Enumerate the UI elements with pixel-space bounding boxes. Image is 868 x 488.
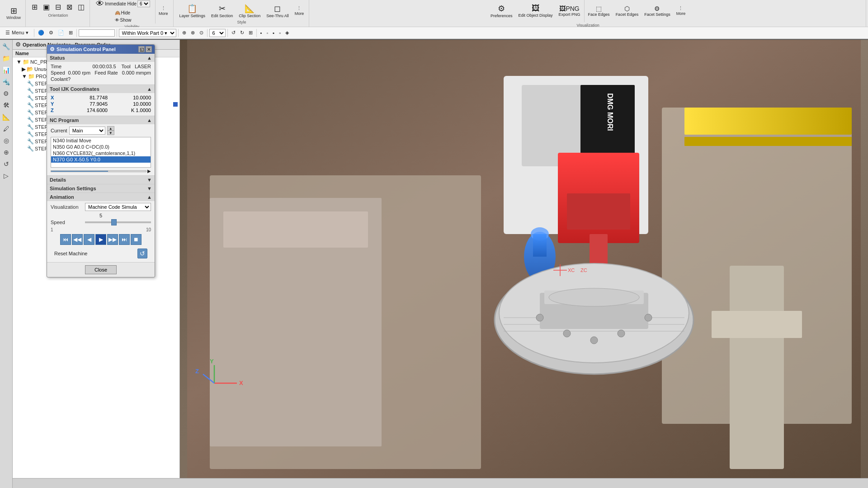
nc-line-2[interactable]: N350 G0 A0.0 C=DC(0.0) — [51, 144, 151, 150]
style-group: 📋 Layer Settings ✂ Edit Section 📐 Clip S… — [175, 0, 310, 27]
step-fwd-button[interactable]: ▶▶ — [107, 234, 118, 245]
sidebar-btn-11[interactable]: ↺ — [1, 159, 11, 169]
sim-close-button[interactable]: ✕ — [146, 46, 152, 52]
tool-ijk-header[interactable]: Tool IJK Coordinates ▲ — [47, 85, 155, 93]
reset-button[interactable]: ↺ — [137, 249, 147, 258]
status-chevron: ▲ — [147, 55, 152, 61]
nc-program-header[interactable]: NC Program ▲ — [47, 116, 155, 124]
r2-btn-1[interactable]: 🔵 — [36, 28, 46, 38]
r2-icon-7[interactable]: • — [259, 28, 264, 38]
facet-edges-button[interactable]: ⬡ Facet Edges — [613, 4, 641, 18]
r2-btn-2[interactable]: ⚙ — [47, 28, 55, 38]
speed-slider-thumb[interactable] — [111, 219, 117, 225]
sim-title-bar[interactable]: ⚙ Simulation Control Panel ◱ ✕ — [47, 45, 155, 54]
nc-scroll-down[interactable]: ▼ — [107, 131, 114, 135]
status-header[interactable]: Status ▲ — [47, 54, 155, 62]
sidebar-btn-2[interactable]: 📁 — [1, 53, 11, 63]
show-button[interactable]: 👁 Show — [113, 17, 134, 23]
sim-restore-button[interactable]: ◱ — [138, 46, 145, 52]
export-png-button[interactable]: 🖼PNG Export PNG — [557, 4, 583, 18]
orient-btn-2[interactable]: ▣ — [41, 2, 52, 12]
play-button[interactable]: ▶ — [95, 234, 106, 245]
r2-icon-9[interactable]: ▪ — [271, 28, 276, 38]
clip-section-button[interactable]: 📐 Clip Section — [236, 3, 263, 19]
stop-button[interactable]: ⏹ — [131, 234, 142, 245]
back-button[interactable]: ◀ — [84, 234, 94, 245]
viewport[interactable]: DMG MORI — [180, 40, 868, 488]
svg-rect-29 — [730, 266, 784, 469]
nc-list-scroll-btn[interactable]: ▶ — [147, 169, 151, 174]
window-button[interactable]: ⊞ Window — [5, 6, 23, 21]
nc-code-list[interactable]: N340 Initial Move N350 G0 A0.0 C=DC(0.0)… — [51, 137, 151, 168]
rewind-button[interactable]: ⏮ — [60, 234, 71, 245]
sidebar-btn-8[interactable]: 🖊 — [1, 124, 11, 134]
nc-line-3[interactable]: N360 CYCLE832(_camtolerance,1,1) — [51, 150, 151, 156]
edit-section-button[interactable]: ✂ Edit Section — [209, 3, 235, 19]
visibility-more-button[interactable]: ⋮ More — [156, 5, 170, 17]
orient-btn-5[interactable]: ◫ — [75, 2, 87, 12]
sim-settings-header[interactable]: Simulation Settings ▼ — [47, 184, 155, 192]
sidebar-btn-10[interactable]: ⊕ — [1, 147, 11, 157]
separator-4 — [178, 29, 179, 37]
animation-header[interactable]: Animation ▲ — [47, 193, 155, 201]
sidebar-btn-5[interactable]: ⚙ — [1, 89, 11, 99]
close-button[interactable]: Close — [85, 265, 117, 274]
edit-object-display-button[interactable]: 🖼 Edit Object Display — [516, 3, 555, 19]
number-dropdown[interactable]: 6 — [209, 29, 226, 37]
r2-btn-3[interactable]: 📄 — [56, 28, 66, 38]
search-input[interactable] — [79, 29, 115, 37]
immediate-hide-dropdown[interactable]: 6 — [137, 0, 150, 7]
visualization-dropdown[interactable]: Machine Code Simula — [85, 203, 151, 211]
sidebar-btn-1[interactable]: 🔧 — [1, 42, 11, 52]
main-area: ⚙ Operation Navigator - Program Order Na… — [13, 40, 868, 488]
fwd-end-button[interactable]: ⏭ — [119, 234, 130, 245]
r2-icon-4[interactable]: ↺ — [230, 28, 237, 38]
immediate-hide-button[interactable]: 👁 Immediate Hide 6 — [94, 0, 152, 9]
sidebar-btn-9[interactable]: ◎ — [1, 136, 11, 145]
orient-btn-3[interactable]: ⊟ — [53, 2, 63, 12]
r2-icon-5[interactable]: ↻ — [238, 28, 246, 38]
menu-button[interactable]: ☰ Menu ▾ — [2, 28, 32, 38]
nc-scroll-up[interactable]: ▲ — [107, 126, 114, 131]
nc-line-1[interactable]: N340 Initial Move — [51, 137, 151, 144]
menu-label: Menu ▾ — [12, 30, 28, 36]
see-thru-all-button[interactable]: ◻ See-Thru All — [264, 3, 291, 19]
sidebar-btn-12[interactable]: ▷ — [1, 171, 11, 181]
back-icon: ◀ — [87, 236, 91, 243]
r2-icon-2[interactable]: ⊗ — [189, 28, 197, 38]
coord-y-row: Y 77.9045 10.0000 — [51, 101, 151, 107]
r2-btn-4[interactable]: ⊞ — [67, 28, 75, 38]
details-header[interactable]: Details ▼ — [47, 176, 155, 184]
work-part-dropdown[interactable]: Within Work Part 0 ▾ — [119, 29, 176, 37]
r2-icon-6[interactable]: ⊞ — [247, 28, 255, 38]
layer-settings-button[interactable]: 📋 Layer Settings — [177, 3, 208, 19]
speed-label: Speed — [51, 70, 65, 75]
svg-point-24 — [590, 337, 598, 344]
animation-section: Animation ▲ Visualization Machine Code S… — [47, 193, 155, 263]
r2-icon-1[interactable]: ⊕ — [180, 28, 188, 38]
style-more-button[interactable]: ⋮ More — [292, 5, 307, 17]
r2-icon-11[interactable]: ◈ — [283, 28, 291, 38]
nc-current-dropdown[interactable]: Main — [69, 127, 105, 135]
orient-btn-1[interactable]: ⊞ — [29, 2, 40, 12]
face-edges-button[interactable]: ⬚ Face Edges — [586, 4, 612, 18]
preferences-button[interactable]: ⚙ Preferences — [488, 3, 515, 19]
r2-icon-8[interactable]: ◦ — [264, 28, 270, 38]
separator-6 — [227, 29, 228, 37]
nc-line-4[interactable]: N370 G0 X-50.5 Y0.0 — [51, 156, 151, 163]
hide-button[interactable]: 🙈 Hide — [113, 9, 134, 16]
sidebar-btn-4[interactable]: 🔩 — [1, 77, 11, 87]
play-icon: ▶ — [99, 236, 103, 243]
sim-window-buttons: ◱ ✕ — [138, 46, 152, 52]
r2-icon-3[interactable]: ⊙ — [198, 28, 205, 38]
r2-icon-10[interactable]: ▫ — [277, 28, 283, 38]
orient-btn-4[interactable]: ⊠ — [64, 2, 75, 12]
sidebar-btn-3[interactable]: 📊 — [1, 65, 11, 75]
z-coord-label: Z — [51, 108, 60, 113]
sidebar-btn-6[interactable]: 🛠 — [1, 100, 11, 110]
sidebar-btn-7[interactable]: 📐 — [1, 112, 11, 122]
visualization-more-button[interactable]: ⋮ More — [674, 5, 688, 17]
step-back-button[interactable]: ◀◀ — [72, 234, 83, 245]
facet-settings-button[interactable]: ⚙ Facet Settings — [642, 4, 673, 18]
sim-settings-chevron: ▼ — [147, 186, 152, 191]
